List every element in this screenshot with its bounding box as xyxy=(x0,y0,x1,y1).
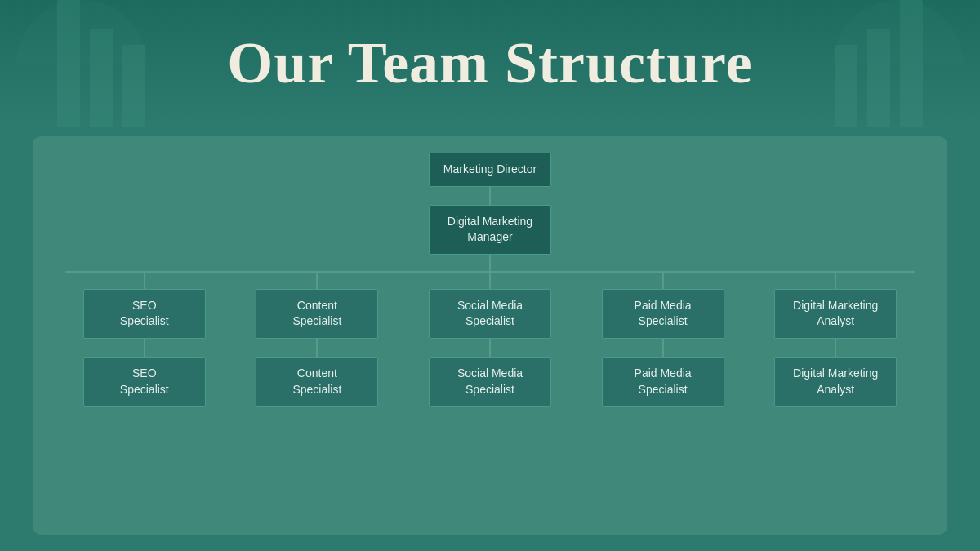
digital-marketing-analyst-l3-node: Digital Marketing Analyst xyxy=(774,289,897,339)
v-conn-3-3 xyxy=(662,273,664,289)
paid-media-specialist-l4-node: Paid Media Specialist xyxy=(602,357,724,407)
level-4-col-3: Paid Media Specialist xyxy=(584,339,742,407)
header-area: Our Team Structure xyxy=(0,0,980,127)
page-title: Our Team Structure xyxy=(227,29,752,97)
v-conn-3-1 xyxy=(316,273,318,289)
level-1-row: Marketing Director xyxy=(429,153,551,187)
v-conn-3-4 xyxy=(835,273,836,289)
level-3-col-2: Social Media Specialist xyxy=(411,273,569,339)
v-conn-3-0 xyxy=(144,273,145,289)
level-4-col-0: SEO Specialist xyxy=(65,339,224,407)
level-4-col-2: Social Media Specialist xyxy=(411,339,569,407)
connector-l2-hbar xyxy=(489,255,491,271)
level-3-col-4: Digital Marketing Analyst xyxy=(756,273,915,339)
level-4-row: SEO Specialist Content Specialist Social… xyxy=(57,339,923,407)
v-conn-4-0 xyxy=(144,339,145,357)
level-4-col-4: Digital Marketing Analyst xyxy=(756,339,915,407)
v-conn-4-1 xyxy=(316,339,318,357)
level-3-col-0: SEO Specialist xyxy=(65,273,224,339)
level-3-col-3: Paid Media Specialist xyxy=(584,273,742,339)
page-wrapper: Our Team Structure Marketing Director Di… xyxy=(0,0,980,551)
level-3-col-1: Content Specialist xyxy=(238,273,397,339)
social-media-specialist-l3-node: Social Media Specialist xyxy=(429,289,551,339)
marketing-director-node: Marketing Director xyxy=(429,153,551,187)
chart-container: Marketing Director Digital Marketing Man… xyxy=(33,136,947,535)
v-conn-4-3 xyxy=(662,339,664,357)
digital-marketing-manager-node: Digital Marketing Manager xyxy=(429,205,551,255)
paid-media-specialist-l3-node: Paid Media Specialist xyxy=(602,289,724,339)
digital-marketing-analyst-l4-node: Digital Marketing Analyst xyxy=(774,357,897,407)
content-specialist-l3-node: Content Specialist xyxy=(256,289,378,339)
level-3-row: SEO Specialist Content Specialist Social… xyxy=(57,273,923,339)
h-connector-bar xyxy=(65,271,915,273)
level-4-col-1: Content Specialist xyxy=(238,339,397,407)
connector-l1-l2 xyxy=(489,187,491,205)
v-conn-3-2 xyxy=(489,273,491,289)
v-conn-4-2 xyxy=(489,339,491,357)
seo-specialist-l4-node: SEO Specialist xyxy=(83,357,206,407)
content-specialist-l4-node: Content Specialist xyxy=(256,357,378,407)
level-2-row: Digital Marketing Manager xyxy=(429,205,551,255)
social-media-specialist-l4-node: Social Media Specialist xyxy=(429,357,551,407)
arch-right-decoration xyxy=(817,0,980,127)
seo-specialist-l3-node: SEO Specialist xyxy=(83,289,206,339)
v-conn-4-4 xyxy=(835,339,836,357)
arch-left-decoration xyxy=(0,0,163,127)
